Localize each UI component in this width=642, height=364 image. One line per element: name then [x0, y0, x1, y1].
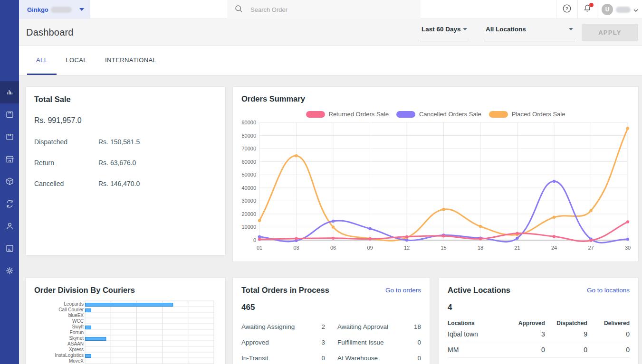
- sidebar-item-returns[interactable]: [0, 126, 19, 148]
- orders-summary-card: Orders Summary Returned Orders SaleCance…: [232, 86, 639, 262]
- column-header: Delivered: [587, 320, 630, 327]
- svg-text:Skynet: Skynet: [69, 336, 84, 341]
- orders-in-process-total: 465: [241, 303, 421, 312]
- legend-swatch: [489, 111, 508, 118]
- redacted-username: [616, 7, 631, 13]
- stat-value: 0: [405, 339, 421, 346]
- svg-text:01: 01: [257, 245, 262, 251]
- sale-row: Cancelled Rs. 146,470.0: [34, 180, 217, 187]
- notifications-button[interactable]: [577, 0, 597, 19]
- sidebar-item-store[interactable]: [0, 148, 19, 170]
- active-locations-title: Active Locations: [448, 286, 510, 295]
- date-range-value: Last 60 Days: [422, 25, 461, 33]
- tab-international[interactable]: INTERNATIONAL: [96, 46, 165, 75]
- avatar: U: [602, 4, 613, 15]
- svg-text:MoveX: MoveX: [69, 358, 84, 364]
- tab-all[interactable]: ALL: [27, 46, 57, 75]
- couriers-chart: LeopardsCall CourierblueEXWCCSwyftForrun…: [34, 300, 217, 364]
- legend-label: Placed Orders Sale: [512, 111, 565, 118]
- svg-text:20000: 20000: [241, 211, 256, 217]
- locations-table-header: Locations Approved Dispatched Delivered: [448, 320, 630, 327]
- go-to-orders-link[interactable]: Go to orders: [385, 287, 421, 294]
- sidebar-item-products[interactable]: [0, 170, 19, 193]
- active-locations-card: Active Locations Go to locations 4 Locat…: [439, 277, 639, 364]
- orders-summary-legend: Returned Orders SaleCancelled Orders Sal…: [241, 111, 630, 118]
- total-sale-title: Total Sale: [34, 95, 217, 104]
- brand-switcher[interactable]: Ginkgo: [19, 0, 90, 19]
- cell-approved: 3: [503, 330, 545, 338]
- help-icon: ?: [562, 3, 572, 16]
- stat-label: Awaiting Assigning: [241, 323, 309, 330]
- legend-swatch: [306, 111, 325, 118]
- legend-label: Cancelled Orders Sale: [419, 111, 481, 118]
- svg-text:50000: 50000: [241, 172, 256, 177]
- cell-dispatched: 0: [545, 346, 587, 354]
- user-menu[interactable]: U: [597, 0, 642, 19]
- app-root: Ginkgo ?: [0, 0, 642, 364]
- legend-item[interactable]: Cancelled Orders Sale: [396, 111, 481, 118]
- stat-row: Approved 3 Fulfillment Issue 0: [241, 335, 421, 350]
- svg-text:Swyft: Swyft: [72, 324, 84, 329]
- sidebar-nav: [0, 81, 19, 282]
- sync-icon: [5, 199, 15, 209]
- search-bar: [227, 0, 421, 19]
- legend-item[interactable]: Returned Orders Sale: [306, 111, 389, 118]
- orders-in-process-stats: Awaiting Assigning 2 Awaiting Approval 1…: [241, 319, 421, 364]
- date-range-select[interactable]: Last 60 Days: [420, 25, 469, 41]
- svg-text:18: 18: [478, 245, 483, 251]
- active-locations-total: 4: [448, 303, 630, 312]
- page-title: Dashboard: [26, 27, 74, 38]
- sale-row: Dispatched Rs. 150,581.5: [34, 138, 217, 146]
- sidebar-item-sync[interactable]: [0, 193, 19, 215]
- apply-button[interactable]: APPLY: [582, 24, 638, 41]
- content: Total Sale Rs. 991,957.0 Dispatched Rs. …: [19, 75, 642, 364]
- stat-label: In-Transit: [241, 355, 309, 362]
- search-input[interactable]: [249, 6, 414, 14]
- sidebar-item-dashboard[interactable]: [0, 81, 19, 103]
- stat-label: Approved: [241, 339, 309, 346]
- topbar: Ginkgo ?: [19, 0, 642, 19]
- svg-text:70000: 70000: [241, 146, 256, 151]
- location-select[interactable]: All Locations: [484, 25, 575, 41]
- filters: Last 60 Days All Locations APPLY: [420, 23, 638, 41]
- main-column: Ginkgo ?: [19, 0, 642, 364]
- go-to-locations-link[interactable]: Go to locations: [587, 287, 630, 294]
- search-icon: [234, 4, 244, 16]
- column-header: Locations: [448, 320, 503, 327]
- sale-row: Return Rs. 63,676.0: [34, 159, 217, 167]
- legend-item[interactable]: Placed Orders Sale: [489, 111, 565, 118]
- sidebar: [0, 0, 19, 364]
- redacted-brand-text: [51, 7, 72, 13]
- sale-row-value: Rs. 63,676.0: [98, 159, 136, 167]
- column-header: Approved: [503, 320, 545, 327]
- sidebar-item-inventory[interactable]: [0, 237, 19, 260]
- sidebar-item-customers[interactable]: [0, 215, 19, 237]
- svg-text:80000: 80000: [241, 133, 256, 139]
- caret-down-icon: [569, 28, 573, 30]
- orders-summary-title: Orders Summary: [241, 94, 630, 103]
- orders-summary-chart: 0100002000030000400005000060000700008000…: [241, 120, 630, 256]
- sale-row-label: Return: [34, 159, 98, 167]
- svg-text:24: 24: [551, 245, 557, 251]
- gear-icon: [5, 266, 15, 276]
- stat-row: Awaiting Assigning 2 Awaiting Approval 1…: [241, 319, 421, 335]
- stat-label: At Warehouse: [337, 355, 405, 362]
- cell-dispatched: 9: [545, 330, 587, 338]
- sale-row-value: Rs. 146,470.0: [98, 180, 140, 187]
- table-row: Iqbal town 3 9 0: [448, 327, 630, 342]
- tab-local[interactable]: LOCAL: [57, 46, 96, 75]
- stat-value: 2: [309, 323, 325, 330]
- stat-value: 0: [309, 355, 325, 362]
- location-value: All Locations: [486, 25, 526, 33]
- svg-text:Forrun: Forrun: [70, 330, 84, 335]
- legend-swatch: [396, 111, 415, 118]
- sidebar-item-settings[interactable]: [0, 260, 19, 282]
- svg-text:10000: 10000: [241, 224, 256, 230]
- total-sale-amount: Rs. 991,957.0: [34, 116, 217, 125]
- open-box-icon: [5, 177, 15, 187]
- svg-text:60000: 60000: [241, 159, 256, 165]
- sidebar-item-orders[interactable]: [0, 103, 19, 126]
- svg-text:06: 06: [330, 245, 336, 251]
- caret-down-icon: [463, 28, 467, 30]
- help-button[interactable]: ?: [556, 0, 577, 19]
